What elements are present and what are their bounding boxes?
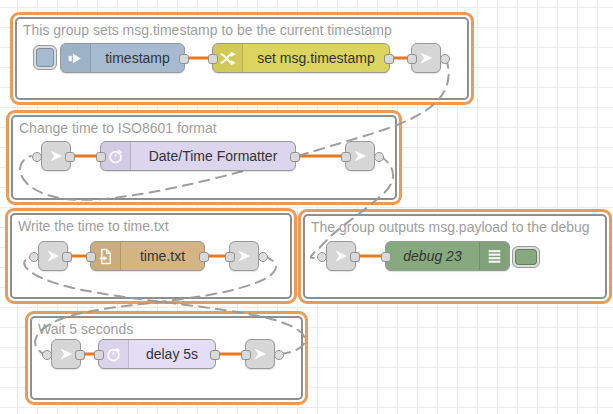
output-port[interactable] xyxy=(62,252,72,262)
link-port[interactable] xyxy=(258,252,268,262)
node-label: delay 5s xyxy=(129,340,215,368)
link-port[interactable] xyxy=(317,252,327,262)
link-arrow-icon xyxy=(48,148,64,164)
debug-toggle-face xyxy=(515,249,537,265)
output-port[interactable] xyxy=(350,252,360,262)
output-port[interactable] xyxy=(179,54,189,64)
input-port[interactable] xyxy=(86,252,96,262)
link-out-node[interactable] xyxy=(411,43,441,73)
output-port[interactable] xyxy=(199,252,209,262)
link-in-node[interactable] xyxy=(38,241,68,271)
output-port[interactable] xyxy=(384,54,394,64)
output-port[interactable] xyxy=(65,152,75,162)
link-arrow-icon xyxy=(45,248,61,264)
node-label: debug 23 xyxy=(386,242,479,270)
node-label: time.txt xyxy=(121,242,204,270)
link-port[interactable] xyxy=(374,152,384,162)
input-port[interactable] xyxy=(381,252,391,262)
node-label: timestamp xyxy=(91,44,184,72)
datetime-formatter-node[interactable]: Date/Time Formatter xyxy=(100,141,296,171)
link-out-node[interactable] xyxy=(245,339,275,369)
link-in-node[interactable] xyxy=(41,141,71,171)
output-port[interactable] xyxy=(75,350,85,360)
link-arrow-icon xyxy=(236,248,252,264)
link-arrow-icon xyxy=(252,346,268,362)
change-node[interactable]: set msg.timestamp xyxy=(212,43,390,73)
inject-button-face xyxy=(36,48,54,67)
link-arrow-icon xyxy=(333,248,349,264)
inject-button[interactable] xyxy=(33,45,57,70)
file-node[interactable]: time.txt xyxy=(90,241,205,271)
input-port[interactable] xyxy=(341,152,351,162)
debug-node[interactable]: debug 23 xyxy=(385,241,510,271)
input-port[interactable] xyxy=(241,350,251,360)
link-arrow-icon xyxy=(418,50,434,66)
node-label: Date/Time Formatter xyxy=(131,142,295,170)
link-port[interactable] xyxy=(274,350,284,360)
delay-node[interactable]: delay 5s xyxy=(98,339,216,369)
input-port[interactable] xyxy=(96,152,106,162)
output-port[interactable] xyxy=(210,350,220,360)
node-label: set msg.timestamp xyxy=(243,44,389,72)
flow-canvas[interactable]: This group sets msg.timestamp to be the … xyxy=(0,0,613,414)
input-port[interactable] xyxy=(94,350,104,360)
link-out-node[interactable] xyxy=(229,241,259,271)
link-port[interactable] xyxy=(42,350,52,360)
inject-arrow-icon xyxy=(61,44,91,72)
link-arrow-icon xyxy=(352,148,368,164)
debug-toggle-button[interactable] xyxy=(512,246,540,268)
input-port[interactable] xyxy=(225,252,235,262)
link-arrow-icon xyxy=(58,346,74,362)
inject-node[interactable]: timestamp xyxy=(60,43,185,73)
link-out-node[interactable] xyxy=(345,141,375,171)
link-port[interactable] xyxy=(32,152,42,162)
input-port[interactable] xyxy=(208,54,218,64)
console-list-icon xyxy=(479,242,509,270)
link-in-node[interactable] xyxy=(51,339,81,369)
output-port[interactable] xyxy=(290,152,300,162)
link-port[interactable] xyxy=(440,54,450,64)
link-in-node[interactable] xyxy=(326,241,356,271)
link-port[interactable] xyxy=(29,252,39,262)
input-port[interactable] xyxy=(407,54,417,64)
link-wire[interactable] xyxy=(20,58,449,200)
